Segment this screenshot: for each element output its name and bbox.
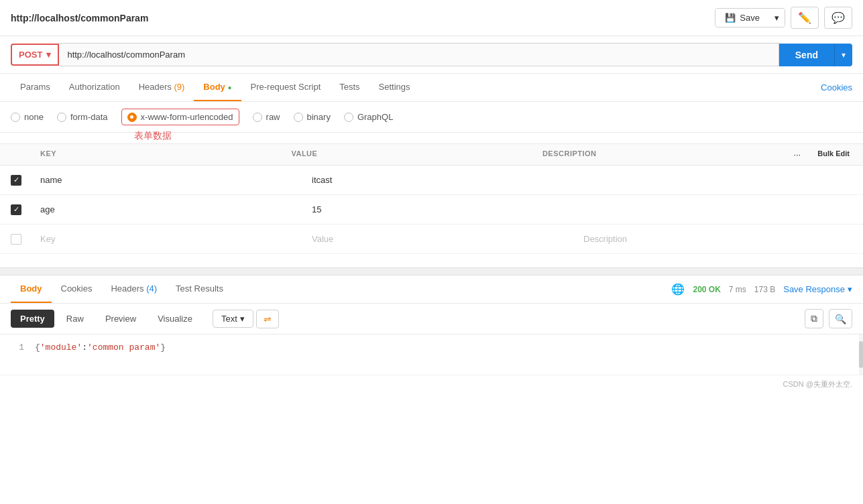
radio-binary-label: binary	[307, 112, 331, 122]
word-wrap-icon: ⇌	[264, 314, 272, 324]
edit-button[interactable]: ✏️	[791, 7, 819, 29]
radio-raw[interactable]: raw	[253, 112, 280, 122]
row2-value[interactable]: 15	[309, 204, 581, 214]
method-selector[interactable]: POST ▾	[11, 44, 59, 66]
th-value: VALUE	[288, 144, 539, 165]
top-bar: http://localhost/commonParam 💾 Save ▾ ✏️…	[0, 0, 863, 36]
edit-icon: ✏️	[798, 12, 811, 23]
radio-x-www-form[interactable]: x-www-form-urlencoded	[121, 109, 239, 125]
globe-icon: 🌐	[671, 283, 685, 296]
placeholder-check-cell	[11, 234, 38, 245]
row1-key[interactable]: name	[38, 175, 309, 185]
placeholder-description[interactable]: Description	[581, 234, 852, 244]
table-header: KEY VALUE DESCRIPTION ··· Bulk Edit	[0, 143, 863, 166]
format-tab-raw[interactable]: Raw	[57, 310, 93, 328]
row2-check-cell	[11, 204, 38, 215]
tab-tests[interactable]: Tests	[330, 74, 369, 101]
save-label: Save	[740, 13, 760, 23]
radio-none-label: none	[24, 112, 44, 122]
open-brace: {	[35, 342, 40, 353]
save-response-button[interactable]: Save Response ▾	[783, 284, 852, 294]
tab-params[interactable]: Params	[11, 74, 60, 101]
cookies-link[interactable]: Cookies	[821, 82, 852, 92]
response-size: 173 B	[754, 285, 775, 294]
response-tab-test-results-label: Test Results	[176, 284, 223, 294]
radio-none[interactable]: none	[11, 112, 44, 122]
th-bulk-edit[interactable]: Bulk Edit	[815, 144, 852, 165]
row1-value[interactable]: itcast	[309, 175, 581, 185]
placeholder-value[interactable]: Value	[309, 234, 581, 244]
th-key: KEY	[38, 144, 288, 165]
form-data-table-wrapper: 表单数据 KEY VALUE DESCRIPTION ··· Bulk Edit…	[0, 143, 863, 254]
method-label: POST	[19, 50, 42, 60]
response-section: Body Cookies Headers (4) Test Results 🌐 …	[0, 275, 863, 375]
row2-key[interactable]: age	[38, 204, 309, 214]
th-checkbox-col	[11, 144, 38, 165]
tab-headers-label: Headers (9)	[139, 82, 185, 92]
radio-raw-label: raw	[266, 112, 280, 122]
radio-graphql[interactable]: GraphQL	[344, 112, 393, 122]
tab-settings[interactable]: Settings	[369, 74, 420, 101]
response-tab-body[interactable]: Body	[11, 275, 52, 303]
format-type-select[interactable]: Text ▾	[213, 310, 253, 328]
top-bar-actions: 💾 Save ▾ ✏️ 💬	[715, 7, 852, 29]
tab-authorization[interactable]: Authorization	[60, 74, 129, 101]
format-tab-pretty[interactable]: Pretty	[11, 310, 54, 328]
save-button[interactable]: 💾 Save	[715, 9, 769, 27]
url-input[interactable]	[59, 43, 779, 66]
format-tab-preview[interactable]: Preview	[96, 310, 146, 328]
radio-form-data[interactable]: form-data	[57, 112, 108, 122]
tab-body[interactable]: Body ●	[194, 74, 241, 101]
response-tab-headers-label: Headers (4)	[111, 284, 157, 294]
word-wrap-button[interactable]: ⇌	[256, 310, 279, 328]
send-btn-group: Send ▾	[779, 44, 852, 66]
request-tabs: Params Authorization Headers (9) Body ● …	[0, 74, 863, 102]
row1-checkbox[interactable]	[11, 175, 21, 186]
search-button[interactable]: 🔍	[829, 309, 852, 328]
copy-button[interactable]: ⧉	[805, 309, 823, 328]
response-tab-cookies[interactable]: Cookies	[52, 275, 102, 303]
radio-binary[interactable]: binary	[294, 112, 331, 122]
scrollbar-track[interactable]	[859, 334, 863, 375]
table-row: name itcast	[0, 166, 863, 195]
radio-form-data-dot	[57, 113, 66, 122]
format-bar: Pretty Raw Preview Visualize Text ▾ ⇌ ⧉ …	[0, 304, 863, 334]
placeholder-key[interactable]: Key	[38, 234, 309, 244]
comment-button[interactable]: 💬	[824, 7, 852, 29]
save-dropdown-button[interactable]: ▾	[769, 9, 785, 27]
send-dropdown-button[interactable]: ▾	[834, 44, 852, 66]
th-more[interactable]: ···	[791, 144, 815, 165]
tab-settings-label: Settings	[379, 82, 410, 92]
tab-pre-request[interactable]: Pre-request Script	[241, 74, 331, 101]
save-response-label: Save Response	[783, 284, 845, 294]
status-badge: 200 OK	[693, 285, 720, 294]
request-bar: POST ▾ Send ▾	[0, 36, 863, 74]
format-actions: ⧉ 🔍	[805, 309, 852, 328]
th-description: DESCRIPTION	[540, 144, 791, 165]
placeholder-checkbox[interactable]	[11, 234, 21, 245]
response-tab-headers[interactable]: Headers (4)	[101, 275, 166, 303]
response-tab-body-label: Body	[20, 284, 42, 294]
send-button[interactable]: Send	[779, 44, 834, 66]
footer: CSDN @失重外太空.	[0, 375, 863, 393]
tab-authorization-label: Authorization	[69, 82, 120, 92]
close-brace: }	[160, 342, 166, 353]
headers-badge: (9)	[174, 82, 184, 92]
comment-icon: 💬	[831, 12, 845, 23]
radio-none-dot	[11, 113, 20, 122]
body-type-bar: none form-data x-www-form-urlencoded raw…	[0, 102, 863, 133]
response-tab-test-results[interactable]: Test Results	[166, 275, 233, 303]
scrollbar-thumb[interactable]	[859, 341, 863, 368]
response-tabs: Body Cookies Headers (4) Test Results 🌐 …	[0, 275, 863, 304]
search-icon: 🔍	[835, 314, 846, 324]
tab-headers[interactable]: Headers (9)	[129, 74, 194, 101]
line1-content: {'module':'common param'}	[35, 342, 166, 367]
tab-body-label: Body ●	[203, 82, 231, 92]
response-body-code: 1 {'module':'common param'}	[0, 334, 863, 375]
radio-raw-dot	[253, 113, 262, 122]
format-tab-visualize[interactable]: Visualize	[148, 310, 202, 328]
row2-checkbox[interactable]	[11, 204, 21, 215]
annotation-text: 表单数据	[134, 130, 172, 142]
radio-graphql-label: GraphQL	[357, 112, 393, 122]
section-divider	[0, 267, 863, 275]
